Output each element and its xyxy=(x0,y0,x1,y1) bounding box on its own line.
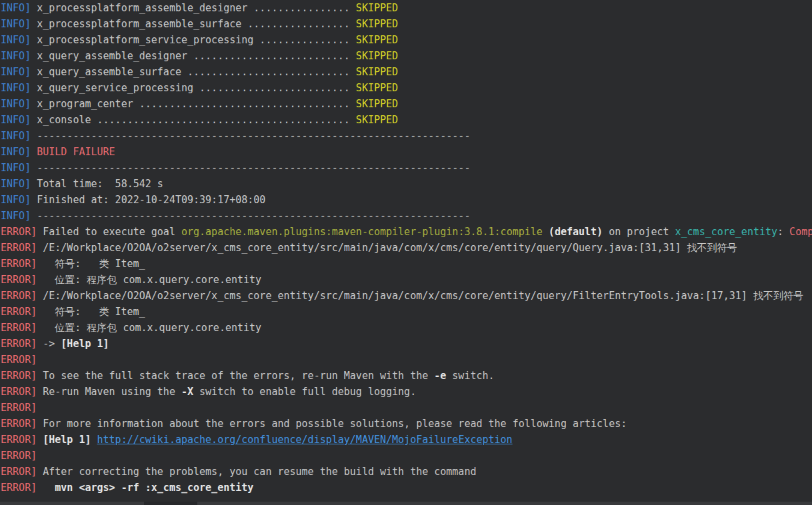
terminal-line: [INFO] Finished at: 2022-10-24T09:39:17+… xyxy=(0,192,812,208)
log-level-info: [INFO] xyxy=(0,82,31,94)
terminal-output: [INFO] x_processplatform_assemble_design… xyxy=(0,0,812,496)
log-level-info: [INFO] xyxy=(0,162,31,174)
log-text: Total time: 58.542 s xyxy=(31,178,163,190)
log-level-error: [ERROR] xyxy=(0,338,37,350)
terminal-line: [INFO] x_processplatform_assemble_design… xyxy=(0,0,812,16)
terminal-line: [ERROR] [Help 1] http://cwiki.apache.org… xyxy=(0,432,812,448)
terminal-line: [INFO] ---------------------------------… xyxy=(0,128,812,144)
log-level-info: [INFO] xyxy=(0,18,31,30)
log-text xyxy=(91,434,97,446)
log-level-info: [INFO] xyxy=(0,66,31,78)
log-level-info: [INFO] xyxy=(0,146,31,158)
log-text: 位置: 程序包 com.x.query.core.entity xyxy=(37,274,261,286)
log-level-error: [ERROR] xyxy=(0,354,37,366)
log-text xyxy=(37,434,43,446)
log-text: 符号: 类 Item_ xyxy=(37,258,145,270)
log-text: Re-run Maven using the xyxy=(37,386,181,398)
log-text: ----------------------------------------… xyxy=(31,130,470,142)
log-level-info: [INFO] xyxy=(0,50,31,62)
terminal-line: [ERROR] Re-run Maven using the -X switch… xyxy=(0,384,812,400)
terminal-line: [ERROR] mvn <args> -rf :x_cms_core_entit… xyxy=(0,480,812,496)
status-skipped: SKIPPED xyxy=(356,50,398,62)
terminal-line: [ERROR] 符号: 类 Item_ xyxy=(0,304,812,320)
log-text xyxy=(543,226,549,238)
log-text: For more information about the errors an… xyxy=(37,418,627,430)
terminal-line: [INFO] x_query_assemble_designer .......… xyxy=(0,48,812,64)
log-text: x_processplatform_assemble_designer ....… xyxy=(31,2,356,14)
log-level-info: [INFO] xyxy=(0,114,31,126)
log-level-error: [ERROR] xyxy=(0,274,37,286)
emphasized-text: [Help 1] xyxy=(61,338,109,350)
terminal-line: [INFO] BUILD FAILURE xyxy=(0,144,812,160)
log-level-info: [INFO] xyxy=(0,178,31,190)
log-text: -> xyxy=(37,338,61,350)
log-text: 符号: 类 Item_ xyxy=(37,306,145,318)
terminal-line: [ERROR] 符号: 类 Item_ xyxy=(0,256,812,272)
log-level-error: [ERROR] xyxy=(0,226,37,238)
emphasized-text: -e xyxy=(434,370,446,382)
terminal-line: [INFO] x_console .......................… xyxy=(0,112,812,128)
terminal-line: [ERROR] xyxy=(0,448,812,464)
status-skipped: SKIPPED xyxy=(356,98,398,110)
log-level-error: [ERROR] xyxy=(0,242,37,254)
log-text: : xyxy=(777,226,789,238)
terminal-line: [INFO] x_processplatform_service_process… xyxy=(0,32,812,48)
log-text: x_query_service_processing .............… xyxy=(31,82,356,94)
status-skipped: SKIPPED xyxy=(356,34,398,46)
emphasized-text: -X xyxy=(181,386,193,398)
status-skipped: SKIPPED xyxy=(356,18,398,30)
terminal-line: [INFO] x_query_service_processing ......… xyxy=(0,80,812,96)
emphasized-text: mvn <args> -rf :x_cms_core_entity xyxy=(37,482,253,494)
log-text: x_query_assemble_designer ..............… xyxy=(31,50,356,62)
status-skipped: SKIPPED xyxy=(356,2,398,14)
failure-text: BUILD FAILURE xyxy=(31,146,115,158)
log-text: 位置: 程序包 com.x.query.core.entity xyxy=(37,322,261,334)
log-level-info: [INFO] xyxy=(0,2,31,14)
log-level-error: [ERROR] xyxy=(0,418,37,430)
emphasized-text: [Help 1] xyxy=(43,434,91,446)
terminal-line: [ERROR] For more information about the e… xyxy=(0,416,812,432)
log-level-error: [ERROR] xyxy=(0,482,37,494)
terminal-line: [INFO] x_query_assemble_surface ........… xyxy=(0,64,812,80)
scrollbar-notch xyxy=(144,502,197,505)
log-text: Failed to execute goal xyxy=(37,226,181,238)
log-level-error: [ERROR] xyxy=(0,258,37,270)
log-level-info: [INFO] xyxy=(0,210,31,222)
terminal-line: [ERROR] 位置: 程序包 com.x.query.core.entity xyxy=(0,320,812,336)
log-text: switch to enable full debug logging. xyxy=(193,386,416,398)
log-text: x_program_center .......................… xyxy=(31,98,356,110)
terminal-line: [INFO] ---------------------------------… xyxy=(0,160,812,176)
failure-text: Compi xyxy=(789,226,812,238)
emphasized-text: (default) xyxy=(549,226,603,238)
help-link[interactable]: http://cwiki.apache.org/confluence/displ… xyxy=(97,434,513,446)
log-text: After correcting the problems, you can r… xyxy=(37,466,476,478)
log-text: x_query_assemble_surface ...............… xyxy=(31,66,356,78)
terminal-line: [ERROR] xyxy=(0,400,812,416)
log-text: switch. xyxy=(446,370,494,382)
status-skipped: SKIPPED xyxy=(356,82,398,94)
terminal-line: [ERROR] -> [Help 1] xyxy=(0,336,812,352)
maven-goal: org.apache.maven.plugins:maven-compiler-… xyxy=(181,226,543,238)
log-level-error: [ERROR] xyxy=(0,290,37,302)
status-skipped: SKIPPED xyxy=(356,66,398,78)
terminal-line: [ERROR] 位置: 程序包 com.x.query.core.entity xyxy=(0,272,812,288)
terminal-line: [INFO] Total time: 58.542 s xyxy=(0,176,812,192)
log-text: ----------------------------------------… xyxy=(31,210,470,222)
log-text: ----------------------------------------… xyxy=(31,162,470,174)
log-level-error: [ERROR] xyxy=(0,402,37,414)
log-text: /E:/Workplace/O2OA/o2server/x_cms_core_e… xyxy=(37,290,803,302)
log-text: x_console ..............................… xyxy=(31,114,356,126)
log-level-error: [ERROR] xyxy=(0,434,37,446)
log-level-error: [ERROR] xyxy=(0,306,37,318)
log-level-error: [ERROR] xyxy=(0,450,37,462)
log-text: Finished at: 2022-10-24T09:39:17+08:00 xyxy=(31,194,265,206)
log-level-info: [INFO] xyxy=(0,130,31,142)
log-level-error: [ERROR] xyxy=(0,466,37,478)
log-text: x_processplatform_service_processing ...… xyxy=(31,34,356,46)
horizontal-scrollbar[interactable] xyxy=(0,502,812,505)
terminal-line: [ERROR] /E:/Workplace/O2OA/o2server/x_cm… xyxy=(0,240,812,256)
log-level-info: [INFO] xyxy=(0,98,31,110)
project-name: x_cms_core_entity xyxy=(675,226,778,238)
log-level-info: [INFO] xyxy=(0,34,31,46)
log-level-error: [ERROR] xyxy=(0,386,37,398)
